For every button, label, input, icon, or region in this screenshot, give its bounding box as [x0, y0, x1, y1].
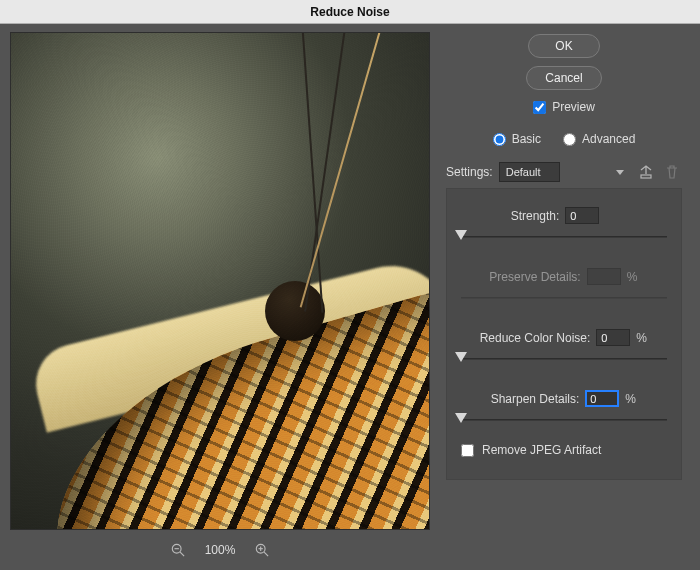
zoom-out-icon: [171, 543, 185, 557]
preview-column: 100%: [0, 24, 440, 570]
remove-jpeg-row: Remove JPEG Artifact: [461, 443, 667, 457]
ok-button[interactable]: OK: [528, 34, 600, 58]
settings-select[interactable]: Default: [499, 162, 560, 182]
preserve-details-input: [587, 268, 621, 285]
controls-column: OK Cancel Preview Basic Advanced Setting…: [440, 24, 700, 570]
strength-label: Strength:: [511, 209, 560, 223]
zoom-in-icon: [255, 543, 269, 557]
mode-basic-label: Basic: [512, 132, 541, 146]
mode-radio-row: Basic Advanced: [446, 132, 682, 146]
preview-checkbox[interactable]: [533, 101, 546, 114]
color-noise-input[interactable]: [596, 329, 630, 346]
preserve-details-label: Preserve Details:: [489, 270, 580, 284]
mode-advanced-label: Advanced: [582, 132, 635, 146]
strength-slider[interactable]: [461, 230, 667, 244]
sharpen-label: Sharpen Details:: [491, 392, 580, 406]
dialog-titlebar: Reduce Noise: [0, 0, 700, 24]
trash-icon: [664, 164, 680, 180]
mode-advanced-option[interactable]: Advanced: [563, 132, 635, 146]
delete-preset-button[interactable]: [662, 162, 682, 182]
color-noise-unit: %: [636, 331, 648, 345]
color-noise-label: Reduce Color Noise:: [480, 331, 591, 345]
settings-select-wrap: Default: [499, 162, 630, 182]
color-noise-group: Reduce Color Noise: %: [461, 329, 667, 366]
cancel-button[interactable]: Cancel: [526, 66, 601, 90]
settings-label: Settings:: [446, 165, 493, 179]
svg-rect-7: [641, 175, 651, 178]
svg-line-1: [180, 552, 184, 556]
sharpen-unit: %: [625, 392, 637, 406]
sharpen-group: Sharpen Details: %: [461, 390, 667, 427]
zoom-bar: 100%: [10, 530, 430, 570]
strength-input[interactable]: [565, 207, 599, 224]
color-noise-slider[interactable]: [461, 352, 667, 366]
svg-line-4: [265, 552, 269, 556]
preserve-details-slider: [461, 291, 667, 305]
preserve-details-unit: %: [627, 270, 639, 284]
zoom-in-button[interactable]: [253, 541, 271, 559]
remove-jpeg-label: Remove JPEG Artifact: [482, 443, 601, 457]
mode-advanced-radio[interactable]: [563, 133, 576, 146]
sharpen-input[interactable]: [585, 390, 619, 407]
mode-basic-option[interactable]: Basic: [493, 132, 541, 146]
sharpen-slider[interactable]: [461, 413, 667, 427]
preserve-details-group: Preserve Details: %: [461, 268, 667, 305]
dialog-title: Reduce Noise: [310, 5, 389, 19]
image-preview[interactable]: [10, 32, 430, 530]
preview-label: Preview: [552, 100, 595, 114]
sliders-panel: Strength: Preserve Details: %: [446, 188, 682, 480]
preview-toggle-row: Preview: [446, 100, 682, 114]
remove-jpeg-checkbox[interactable]: [461, 444, 474, 457]
dialog-body: 100% OK Cancel Preview Basic Advanced Se…: [0, 24, 700, 570]
preview-art: [11, 33, 429, 529]
save-preset-icon: [638, 164, 654, 180]
zoom-level: 100%: [205, 543, 236, 557]
strength-group: Strength:: [461, 207, 667, 244]
zoom-out-button[interactable]: [169, 541, 187, 559]
settings-row: Settings: Default: [446, 162, 682, 182]
mode-basic-radio[interactable]: [493, 133, 506, 146]
save-preset-button[interactable]: [636, 162, 656, 182]
